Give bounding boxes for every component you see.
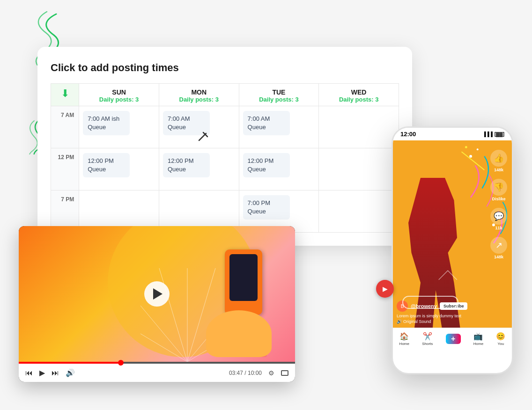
day-header-wed[interactable]: WED Daily posts: 3 xyxy=(319,84,399,106)
tiktok-nav-bar: 🏠 Home ✂️ Shorts + 📺 Home 😊 You xyxy=(393,328,512,348)
nav-add-button[interactable]: + xyxy=(446,334,461,344)
settings-button[interactable]: ⚙ xyxy=(268,369,274,377)
slot-mon-7am[interactable]: 7:00 AM Queue xyxy=(159,106,239,148)
share-count: 148k xyxy=(494,255,503,259)
tiktok-content-area: 👍 148k 👎 Dislike 💬 11k ↗ 148k xyxy=(393,140,512,328)
video-time-display: 03:47 / 10:00 xyxy=(229,370,262,376)
calendar-card: Click to add posting times ⬇ SUN Daily p… xyxy=(37,47,412,246)
tiktok-sound: 🔊 Original Sound xyxy=(397,319,508,324)
time-block-sun-7am: 7:00 AM ish Queue xyxy=(83,111,130,135)
time-block-mon-12pm: 12:00 PM Queue xyxy=(163,153,210,177)
comment-count: 11k xyxy=(495,226,502,230)
phone-status-icons: ▐▐▐ [▓▓] xyxy=(482,132,504,137)
slot-wed-7pm[interactable] xyxy=(319,190,399,233)
video-progress-bar[interactable] xyxy=(19,362,295,364)
slot-wed-12pm[interactable] xyxy=(319,148,399,190)
video-player: ⏮ ▶ ⏭ 🔊 03:47 / 10:00 ⚙ xyxy=(19,226,295,382)
like-icon: 👍 xyxy=(490,150,507,167)
tiktok-actions: 👍 148k 👎 Dislike 💬 11k ↗ 148k xyxy=(490,150,507,259)
phone-time: 12:00 xyxy=(400,131,416,138)
calendar-table: ⬇ SUN Daily posts: 3 MON Daily posts: 3 … xyxy=(51,83,399,233)
time-block-tue-7am: 7:00 AM Queue xyxy=(243,111,290,135)
svg-point-11 xyxy=(477,148,479,150)
slot-sun-7am[interactable]: 7:00 AM ish Queue xyxy=(79,106,159,148)
comment-icon: 💬 xyxy=(490,208,507,225)
dislike-label: Dislike xyxy=(492,197,505,201)
video-thumbnail xyxy=(19,226,295,362)
calendar-heading: Click to add posting times xyxy=(51,62,399,74)
share-action[interactable]: ↗ 148k xyxy=(490,237,507,259)
slot-wed-7am[interactable] xyxy=(319,106,399,148)
signal-icon: ▐▐▐ xyxy=(482,132,492,137)
profile-icon: 😊 xyxy=(496,332,505,341)
nav-library[interactable]: 📺 Home xyxy=(473,332,483,346)
battery-icon: [▓▓] xyxy=(495,132,504,137)
share-icon: ↗ xyxy=(490,237,507,254)
sort-icon: ⬇ xyxy=(61,88,69,99)
library-icon: 📺 xyxy=(473,332,483,341)
tiktok-description: Lorem ipsum is simply dummy text xyxy=(397,314,508,319)
comment-action[interactable]: 💬 11k xyxy=(490,208,507,230)
pencil-cursor-icon xyxy=(197,130,210,143)
floating-subscribe-button[interactable]: ▶ xyxy=(376,280,394,298)
like-count: 148k xyxy=(494,168,503,172)
sound-icon: 🔊 xyxy=(397,319,402,324)
like-action[interactable]: 👍 148k xyxy=(490,150,507,172)
tiktok-phone: 12:00 ▐▐▐ [▓▓] xyxy=(392,126,513,374)
main-scene: Click to add posting times ⬇ SUN Daily p… xyxy=(0,0,532,410)
svg-line-5 xyxy=(159,268,187,362)
row-indicator-cell: ⬇ xyxy=(51,84,79,106)
video-progress-fill xyxy=(19,362,121,364)
play-pause-button[interactable]: ▶ xyxy=(39,368,45,377)
day-header-mon[interactable]: MON Daily posts: 3 xyxy=(159,84,239,106)
slot-tue-7am[interactable]: 7:00 AM Queue xyxy=(239,106,319,148)
home-icon: 🏠 xyxy=(399,332,409,341)
video-controls: ⏮ ▶ ⏭ 🔊 03:47 / 10:00 ⚙ xyxy=(19,364,295,382)
svg-line-3 xyxy=(140,306,187,362)
rewind-button[interactable]: ⏮ xyxy=(25,369,33,377)
phone-status-bar: 12:00 ▐▐▐ [▓▓] xyxy=(393,128,512,140)
time-block-sun-12pm: 12:00 PM Queue xyxy=(83,153,130,177)
time-block-tue-12pm: 12:00 PM Queue xyxy=(243,153,290,177)
day-header-tue[interactable]: TUE Daily posts: 3 xyxy=(239,84,319,106)
dislike-action[interactable]: 👎 Dislike xyxy=(490,179,507,201)
svg-point-10 xyxy=(469,155,472,158)
slot-mon-12pm[interactable]: 12:00 PM Queue xyxy=(159,148,239,190)
fast-forward-button[interactable]: ⏭ xyxy=(52,369,59,377)
video-play-button[interactable] xyxy=(144,281,170,307)
slot-tue-12pm[interactable]: 12:00 PM Queue xyxy=(239,148,319,190)
nav-home[interactable]: 🏠 Home xyxy=(399,332,409,346)
time-block-tue-7pm: 7:00 PM Queue xyxy=(243,195,290,220)
time-label-7am: 7 AM xyxy=(51,106,79,148)
play-icon xyxy=(153,288,163,300)
tiktok-bottom-overlay: B @broweny Subscribe Lorem ipsum is simp… xyxy=(393,297,512,328)
nav-shorts[interactable]: ✂️ Shorts xyxy=(422,332,433,346)
dislike-icon: 👎 xyxy=(490,179,507,196)
svg-line-9 xyxy=(462,152,485,170)
volume-button[interactable]: 🔊 xyxy=(66,368,75,377)
nav-you[interactable]: 😊 You xyxy=(496,332,505,346)
day-header-sun[interactable]: SUN Daily posts: 3 xyxy=(79,84,159,106)
time-label-12pm: 12 PM xyxy=(51,148,79,190)
slot-sun-12pm[interactable]: 12:00 PM Queue xyxy=(79,148,159,190)
hand-phone-illustration xyxy=(192,240,276,362)
shorts-icon: ✂️ xyxy=(423,332,432,341)
fullscreen-button[interactable] xyxy=(281,370,288,376)
svg-point-12 xyxy=(465,146,467,148)
subscribe-circle-icon: ▶ xyxy=(383,285,388,293)
tiktok-oval-decor xyxy=(402,296,458,309)
